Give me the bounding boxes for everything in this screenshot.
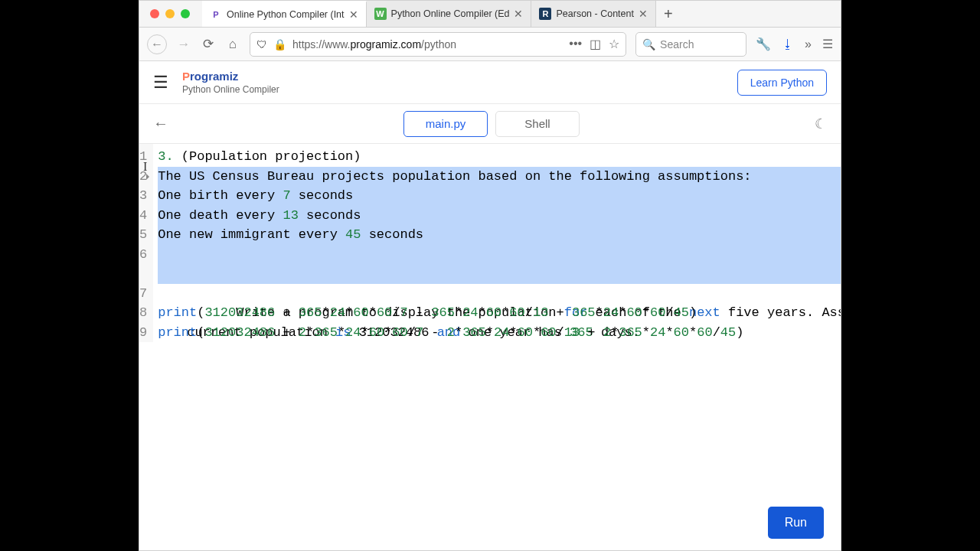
- search-placeholder: Search: [660, 38, 694, 51]
- programiz-favicon: P: [210, 8, 222, 21]
- brand: Programiz Python Online Compiler: [182, 70, 724, 95]
- file-tab-shell[interactable]: Shell: [495, 111, 580, 137]
- search-icon: 🔍: [642, 38, 655, 51]
- hamburger-icon[interactable]: ☰: [153, 73, 168, 93]
- window-close-button[interactable]: [150, 9, 159, 18]
- close-icon[interactable]: ✕: [349, 8, 358, 21]
- url-text: https://www.programiz.com/python: [292, 38, 563, 51]
- nav-reload-button[interactable]: ⟳: [201, 37, 216, 52]
- menu-icon[interactable]: ☰: [822, 37, 833, 51]
- run-button[interactable]: Run: [768, 507, 824, 539]
- nav-forward-button[interactable]: →: [176, 37, 191, 52]
- learn-python-button[interactable]: Learn Python: [737, 70, 827, 96]
- lock-icon: 🔒: [273, 38, 286, 51]
- window-titlebar: P Online Python Compiler (Int ✕ W Python…: [139, 1, 841, 28]
- code-line: One birth every 7 seconds: [158, 186, 841, 206]
- code-line: One death every 13 seconds: [158, 206, 841, 226]
- file-tabs-row: ← main.py Shell ☾: [139, 104, 841, 144]
- tab-label: Online Python Compiler (Int: [227, 9, 345, 20]
- browser-window: P Online Python Compiler (Int ✕ W Python…: [139, 0, 841, 551]
- brand-subtitle: Python Online Compiler: [182, 84, 724, 95]
- file-tab-main[interactable]: main.py: [403, 111, 488, 137]
- bookmark-icon[interactable]: ☆: [609, 37, 619, 51]
- nav-back-button[interactable]: ←: [147, 34, 167, 54]
- tab-label: Python Online Compiler (Ed: [391, 8, 510, 19]
- text-cursor: I: [143, 157, 147, 177]
- nav-home-button[interactable]: ⌂: [225, 37, 240, 52]
- pearson-favicon: R: [539, 8, 551, 20]
- editor-back-button[interactable]: ←: [153, 115, 168, 132]
- site-header: ☰ Programiz Python Online Compiler Learn…: [139, 61, 841, 104]
- theme-toggle-icon[interactable]: ☾: [815, 116, 827, 132]
- toolbar-right: 🔧 ⭳ » ☰: [756, 37, 833, 51]
- code-line: 3. (Population projection): [158, 147, 841, 167]
- code-line: The US Census Bureau projects population…: [158, 167, 841, 187]
- file-tabs: main.py Shell: [168, 111, 815, 137]
- code-line: Write a program to display the populatio…: [158, 245, 841, 284]
- close-icon[interactable]: ✕: [639, 8, 648, 20]
- tools-icon[interactable]: 🔧: [756, 37, 771, 51]
- browser-tab-1[interactable]: W Python Online Compiler (Ed ✕: [367, 1, 532, 27]
- tab-label: Pearson - Content: [556, 8, 633, 19]
- close-icon[interactable]: ✕: [514, 8, 523, 20]
- address-bar[interactable]: 🛡 🔒 https://www.programiz.com/python •••…: [250, 32, 626, 57]
- page-actions-icon[interactable]: •••: [569, 37, 582, 51]
- downloads-icon[interactable]: ⭳: [782, 37, 794, 51]
- brand-logo: Programiz: [182, 70, 724, 83]
- new-tab-button[interactable]: +: [656, 1, 681, 27]
- shield-icon: 🛡: [256, 38, 267, 51]
- browser-tab-0[interactable]: P Online Python Compiler (Int ✕: [202, 1, 367, 27]
- w3schools-favicon: W: [374, 8, 387, 20]
- code-area[interactable]: 3. (Population projection) The US Census…: [153, 144, 841, 342]
- browser-tab-2[interactable]: R Pearson - Content ✕: [531, 1, 655, 27]
- reader-mode-icon[interactable]: ◫: [590, 37, 601, 51]
- window-controls: [145, 9, 194, 18]
- browser-toolbar: ← → ⟳ ⌂ 🛡 🔒 https://www.programiz.com/py…: [139, 28, 841, 61]
- overflow-icon[interactable]: »: [805, 37, 812, 51]
- code-line: One new immigrant every 45 seconds: [158, 225, 841, 245]
- code-editor[interactable]: I 1 2 3 4 5 6 7 8 9 3. (Population proje…: [139, 144, 841, 550]
- window-maximize-button[interactable]: [181, 9, 190, 18]
- code-line: [158, 284, 841, 304]
- code-line: print(312032486 + 2*365*24*60*60/7 - 2*3…: [158, 323, 841, 343]
- window-minimize-button[interactable]: [165, 9, 175, 18]
- browser-tabs: P Online Python Compiler (Int ✕ W Python…: [202, 1, 835, 27]
- search-bar[interactable]: 🔍 Search: [635, 32, 746, 57]
